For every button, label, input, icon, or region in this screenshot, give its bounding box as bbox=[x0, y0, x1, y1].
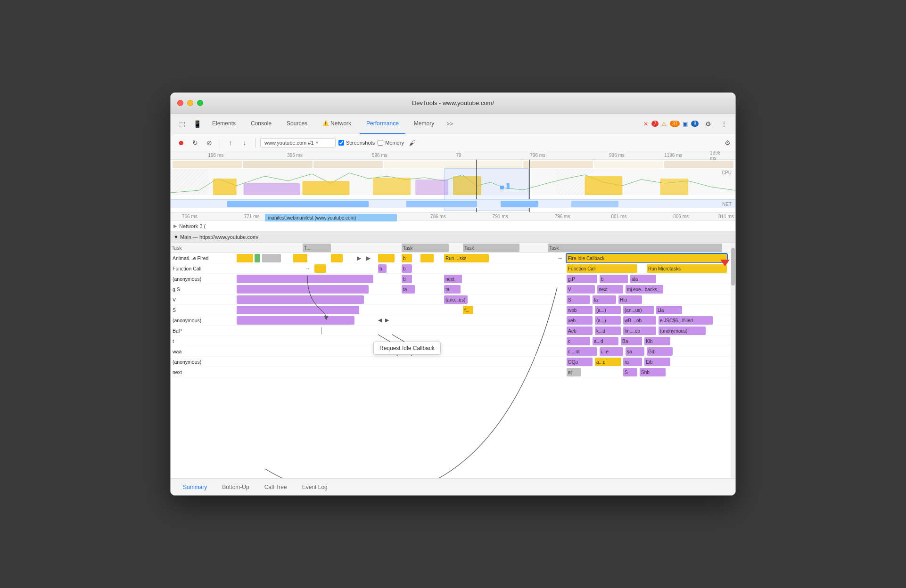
anon-b[interactable]: b bbox=[402, 275, 412, 283]
clear-button[interactable]: ⊘ bbox=[204, 137, 215, 148]
a-block-r2: (a...) bbox=[595, 316, 621, 325]
more-options-icon[interactable]: ⋮ bbox=[717, 117, 731, 131]
ruler-tick-6: 996 ms bbox=[609, 153, 625, 158]
s-block1[interactable] bbox=[237, 306, 359, 314]
anim-block1[interactable] bbox=[237, 254, 253, 262]
anim-block5[interactable] bbox=[331, 254, 343, 262]
ruler2-tick-8: 801 ms bbox=[611, 214, 626, 219]
fc-block-right[interactable]: Function Call bbox=[567, 264, 637, 273]
fc-block3[interactable]: b bbox=[402, 264, 412, 273]
perf-marker bbox=[720, 260, 730, 266]
anim-block6[interactable] bbox=[378, 254, 395, 262]
web-block: web bbox=[567, 306, 593, 314]
tab-event-log[interactable]: Event Log bbox=[295, 479, 335, 495]
tab-memory[interactable]: Memory bbox=[407, 114, 441, 134]
network-row[interactable]: ▶ Network 3 ( manifest.webmanifest (www.… bbox=[171, 221, 735, 231]
next-block-r: next bbox=[597, 285, 623, 294]
tab-summary[interactable]: Summary bbox=[175, 479, 214, 495]
anim-block8[interactable] bbox=[420, 254, 434, 262]
inspect-icon[interactable]: ⬚ bbox=[175, 117, 189, 131]
run-microtasks-block[interactable]: Run Microtasks bbox=[647, 264, 727, 273]
anim-block2[interactable] bbox=[255, 254, 260, 262]
tab-sources[interactable]: Sources bbox=[280, 114, 314, 134]
anon-block1[interactable] bbox=[237, 275, 373, 283]
sa-block: sa bbox=[626, 347, 644, 356]
arrow-icon4: ◀ bbox=[378, 317, 382, 323]
tab-performance[interactable]: Performance bbox=[360, 114, 405, 134]
f-block[interactable]: f... bbox=[463, 306, 473, 314]
scrollbar-thumb[interactable] bbox=[731, 248, 735, 286]
brush-icon[interactable]: 🖌 bbox=[407, 137, 418, 148]
anim-block4[interactable] bbox=[293, 254, 307, 262]
maximize-button[interactable] bbox=[197, 100, 203, 106]
anous-block[interactable]: (ano...us) bbox=[444, 295, 468, 304]
lmob-block: lm....ob bbox=[623, 327, 656, 335]
fire-idle-block[interactable]: Fire Idle Callback bbox=[567, 254, 727, 262]
ruler2-tick-7: 796 ms bbox=[555, 214, 570, 219]
ta-block1[interactable]: ta bbox=[402, 285, 415, 294]
anon2-block[interactable] bbox=[237, 316, 354, 325]
ad-block-r2: a...d bbox=[595, 358, 621, 366]
ba-block: Ba bbox=[621, 337, 642, 345]
gib-block: Gib bbox=[647, 347, 673, 356]
kd-block: k...d bbox=[595, 327, 621, 335]
b-block-r: b bbox=[600, 275, 628, 283]
timeline-ruler: 196 ms 396 ms 596 ms 79 796 ms 996 ms 11… bbox=[171, 151, 735, 160]
ruler-tick-8: 1396 ms bbox=[710, 151, 727, 161]
v-block1[interactable] bbox=[237, 295, 364, 304]
download-icon[interactable]: ↓ bbox=[239, 137, 250, 148]
waa-row: waa c....nt i...e sa Gib bbox=[171, 346, 735, 357]
ruler2-tick-1: 766 ms bbox=[182, 214, 198, 219]
tab-elements[interactable]: Elements bbox=[206, 114, 242, 134]
ruler2-tick-10: 811 ms bbox=[718, 214, 734, 219]
upload-icon[interactable]: ↑ bbox=[225, 137, 236, 148]
gs-block1[interactable] bbox=[237, 285, 369, 294]
fc-block1[interactable] bbox=[314, 264, 326, 273]
flamechart-content[interactable]: Task T... Task Task Task Animati...e Fir… bbox=[171, 243, 735, 478]
screenshots-checkbox[interactable]: Screenshots bbox=[338, 140, 375, 146]
cnt-block: c....nt bbox=[567, 347, 597, 356]
dashed-marker bbox=[321, 327, 322, 334]
gp-block: g.P bbox=[567, 275, 597, 283]
aeb-block: Aeb bbox=[567, 327, 593, 335]
timeline-overview[interactable]: 196 ms 396 ms 596 ms 79 796 ms 996 ms 11… bbox=[171, 151, 735, 212]
anim-block3[interactable] bbox=[262, 254, 281, 262]
tab-console[interactable]: Console bbox=[244, 114, 278, 134]
t-row: t c a...d Ba Kib bbox=[171, 336, 735, 346]
svg-rect-10 bbox=[585, 176, 623, 195]
anonymous-row-1: (anonymous) b next g.P b ala bbox=[171, 274, 735, 284]
chevron-down-icon: ▾ bbox=[316, 140, 318, 145]
svg-rect-5 bbox=[303, 181, 350, 195]
perf-settings-icon[interactable]: ⚙ bbox=[725, 139, 731, 147]
url-selector[interactable]: www.youtube.com #1 ▾ bbox=[260, 138, 336, 147]
anus-block-r: (an...us) bbox=[623, 306, 654, 314]
eib-block: Eib bbox=[644, 358, 670, 366]
timeline-content[interactable]: CPU NET bbox=[171, 160, 735, 212]
vertical-scrollbar[interactable] bbox=[731, 243, 735, 478]
tab-call-tree[interactable]: Call Tree bbox=[257, 479, 295, 495]
settings-icon[interactable]: ⚙ bbox=[701, 117, 715, 131]
reload-button[interactable]: ↻ bbox=[189, 137, 201, 148]
ta-block2[interactable]: ta bbox=[444, 285, 461, 294]
ra-block: ra bbox=[623, 358, 642, 366]
device-icon[interactable]: 📱 bbox=[190, 117, 204, 131]
close-button[interactable] bbox=[177, 100, 183, 106]
main-section-header: ▼ Main — https://www.youtube.com/ bbox=[171, 231, 735, 243]
ruler-tick-7: 1196 ms bbox=[664, 153, 682, 158]
memory-checkbox[interactable]: Memory bbox=[378, 140, 404, 146]
anon-next[interactable]: next bbox=[444, 275, 462, 283]
arrow-icon5: ▶ bbox=[385, 317, 389, 323]
task-block-3: Task bbox=[463, 244, 519, 252]
tab-network[interactable]: ⚠️ Network bbox=[316, 114, 358, 134]
fc-block2[interactable]: b bbox=[378, 264, 387, 273]
run-sks-block[interactable]: Run ...sks bbox=[444, 254, 489, 262]
more-tabs-button[interactable]: >> bbox=[443, 121, 457, 127]
anim-block7[interactable]: b bbox=[402, 254, 412, 262]
record-button[interactable]: ⏺ bbox=[175, 137, 187, 148]
cpu-label: CPU bbox=[722, 170, 732, 175]
tab-bottom-up[interactable]: Bottom-Up bbox=[214, 479, 256, 495]
network-expand-icon[interactable]: ▶ bbox=[173, 223, 177, 229]
arrow-to-fire-idle: → bbox=[557, 255, 563, 261]
log-badge: 8 bbox=[691, 121, 699, 127]
minimize-button[interactable] bbox=[187, 100, 193, 106]
